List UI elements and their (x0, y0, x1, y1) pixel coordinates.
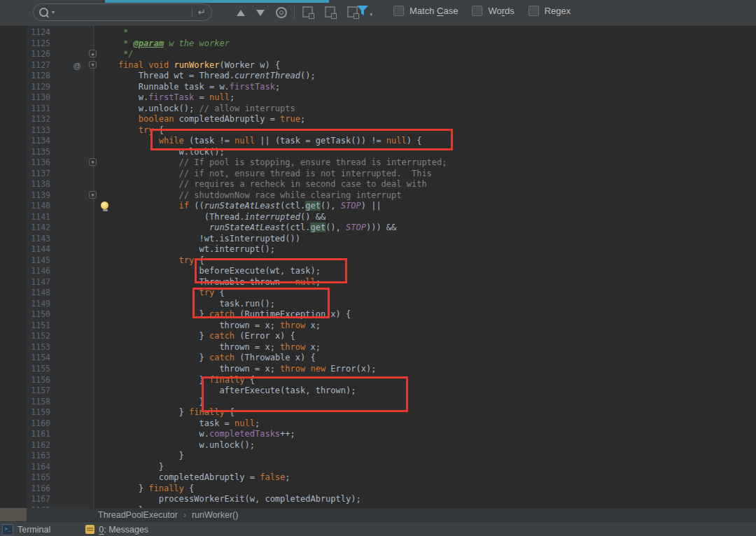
fold-marker-icon[interactable]: ▾ (89, 158, 97, 166)
code-line[interactable]: 1163 } (0, 451, 756, 462)
line-number[interactable]: 1130 (27, 92, 50, 104)
line-number[interactable]: 1156 (27, 375, 50, 386)
terminal-tool-button[interactable]: >_ Terminal (2, 524, 50, 535)
line-number[interactable]: 1141 (27, 212, 50, 223)
code-line[interactable]: 1129 Runnable task = w.firstTask; (0, 82, 756, 93)
code-line[interactable]: 1161 w.completedTasks++; (0, 429, 756, 440)
code-line[interactable]: 1167 processWorkerExit(w, completedAbrup… (0, 494, 756, 505)
code-line[interactable]: 1150 } catch (RuntimeException x) { (0, 309, 756, 320)
code-line[interactable]: 1154 } catch (Throwable x) { (0, 353, 756, 364)
breadcrumb-item[interactable]: ThreadPoolExecutor (98, 510, 178, 520)
search-in-selection-icon[interactable] (302, 6, 313, 17)
code-line[interactable]: 1162 w.unlock(); (0, 440, 756, 451)
line-number[interactable]: 1138 (27, 179, 50, 190)
line-number[interactable]: 1163 (27, 451, 50, 462)
line-number[interactable]: 1142 (27, 223, 50, 234)
messages-tool-button[interactable]: 0: Messages (85, 525, 148, 535)
code-line[interactable]: 1127 final void runWorker(Worker w) { (0, 60, 756, 71)
code-line[interactable]: 1147 Throwable thrown = null; (0, 277, 756, 288)
search-history-caret-icon[interactable]: ▾ (52, 9, 55, 15)
line-number[interactable]: 1127 (27, 60, 50, 71)
line-number[interactable]: 1137 (27, 169, 50, 180)
line-number[interactable]: 1125 (27, 38, 50, 50)
line-number[interactable]: 1126 (27, 49, 50, 60)
fold-marker-icon[interactable]: ▾ (89, 191, 97, 199)
fold-marker-icon[interactable]: ▾ (89, 61, 97, 69)
line-number[interactable]: 1160 (27, 418, 50, 430)
code-line[interactable]: 1153 thrown = x; throw x; (0, 342, 756, 353)
code-line[interactable]: 1160 task = null; (0, 418, 756, 430)
annotation-at-icon[interactable]: @ (72, 61, 82, 71)
next-occurrence-icon[interactable] (256, 10, 265, 16)
find-all-occurrences-icon[interactable] (276, 7, 287, 18)
line-number[interactable]: 1131 (27, 104, 50, 115)
line-number[interactable]: 1146 (27, 266, 50, 277)
intention-bulb-icon[interactable] (101, 202, 109, 212)
match-case-checkbox-box[interactable] (393, 6, 404, 16)
code-line[interactable]: 1125 * @param w the worker (0, 38, 756, 50)
code-line[interactable]: 1140 if ((runStateAtLeast(ctl.get(), STO… (0, 201, 756, 212)
code-line[interactable]: 1142 runStateAtLeast(ctl.get(), STOP))) … (0, 223, 756, 234)
code-line[interactable]: 1126 */ (0, 49, 756, 60)
line-number[interactable]: 1162 (27, 440, 50, 451)
line-number[interactable]: 1145 (27, 255, 50, 267)
code-line[interactable]: 1143 !wt.isInterrupted()) (0, 234, 756, 245)
line-number[interactable]: 1129 (27, 82, 50, 93)
line-number[interactable]: 1165 (27, 472, 50, 484)
code-line[interactable]: 1144 wt.interrupt(); (0, 244, 756, 255)
code-line[interactable]: 1165 completedAbruptly = false; (0, 472, 756, 484)
line-number[interactable]: 1150 (27, 309, 50, 320)
line-number[interactable]: 1157 (27, 386, 50, 397)
line-number[interactable]: 1159 (27, 407, 50, 418)
code-line[interactable]: 1146 beforeExecute(wt, task); (0, 266, 756, 277)
code-line[interactable]: 1139 // shutdownNow race while clearing … (0, 190, 756, 202)
line-number[interactable]: 1152 (27, 331, 50, 342)
code-line[interactable]: 1138 // requires a recheck in second cas… (0, 179, 756, 190)
line-number[interactable]: 1136 (27, 157, 50, 169)
words-checkbox-box[interactable] (472, 6, 482, 16)
code-line[interactable]: 1130 w.firstTask = null; (0, 92, 756, 104)
search-in-comments-icon[interactable] (325, 6, 335, 17)
code-editor[interactable]: 1124 *1125 * @param w the worker1126 */1… (0, 26, 756, 508)
line-number[interactable]: 1144 (27, 244, 50, 255)
previous-occurrence-icon[interactable] (237, 10, 245, 16)
line-number[interactable]: 1151 (27, 320, 50, 332)
line-number[interactable]: 1140 (27, 201, 50, 212)
line-number[interactable]: 1148 (27, 288, 50, 299)
code-line[interactable]: 1132 boolean completedAbruptly = true; (0, 114, 756, 125)
code-line[interactable]: 1148 try { (0, 288, 756, 299)
code-line[interactable]: 1131 w.unlock(); // allow interrupts (0, 104, 756, 115)
code-line[interactable]: 1145 try { (0, 255, 756, 267)
line-number[interactable]: 1134 (27, 136, 50, 147)
code-line[interactable]: 1166 } finally { (0, 484, 756, 495)
code-line[interactable]: 1155 thrown = x; throw new Error(x); (0, 364, 756, 375)
search-in-literals-icon[interactable] (347, 6, 358, 17)
line-number[interactable]: 1132 (27, 114, 50, 125)
fold-marker-icon[interactable]: ▴ (89, 50, 97, 57)
code-line[interactable]: 1141 (Thread.interrupted() && (0, 212, 756, 223)
code-line[interactable]: 1164 } (0, 462, 756, 473)
filter-search-results-icon[interactable]: ▾ (357, 6, 368, 15)
line-number[interactable]: 1133 (27, 125, 50, 136)
line-number[interactable]: 1143 (27, 234, 50, 245)
line-number[interactable]: 1164 (27, 462, 50, 473)
code-line[interactable]: 1128 Thread wt = Thread.currentThread(); (0, 71, 756, 82)
line-number[interactable]: 1149 (27, 299, 50, 310)
line-number[interactable]: 1154 (27, 353, 50, 364)
line-number[interactable]: 1128 (27, 71, 50, 82)
line-number[interactable]: 1158 (27, 397, 50, 408)
code-line[interactable]: 1124 * (0, 27, 756, 38)
line-number[interactable]: 1167 (27, 494, 50, 505)
search-input[interactable]: ▾ ↵ (33, 3, 212, 21)
words-checkbox[interactable]: Words (472, 6, 514, 16)
line-number[interactable]: 1135 (27, 147, 50, 158)
line-number[interactable]: 1155 (27, 364, 50, 375)
line-number[interactable]: 1124 (27, 27, 50, 38)
regex-checkbox[interactable]: Regex (528, 6, 571, 16)
line-number[interactable]: 1153 (27, 342, 50, 353)
code-line[interactable]: 1151 thrown = x; throw x; (0, 320, 756, 332)
line-number[interactable]: 1139 (27, 190, 50, 202)
code-line[interactable]: 1152 } catch (Error x) { (0, 331, 756, 342)
breadcrumb-item[interactable]: runWorker() (192, 510, 238, 520)
code-line[interactable]: 1137 // if not, ensure thread is not int… (0, 169, 756, 180)
